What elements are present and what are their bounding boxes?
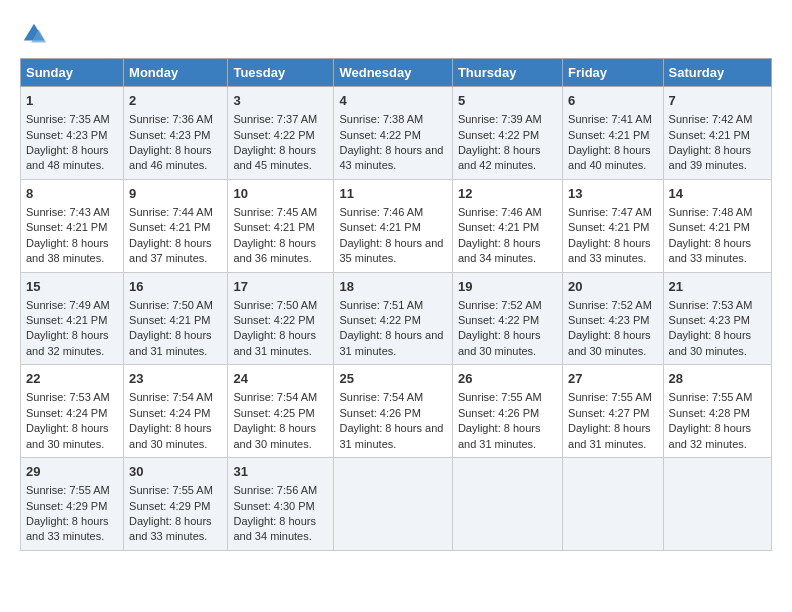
sunset: Sunset: 4:23 PM [568, 314, 649, 326]
day-number: 9 [129, 185, 222, 203]
header-sunday: Sunday [21, 59, 124, 87]
calendar-cell [563, 458, 664, 551]
sunrise: Sunrise: 7:50 AM [129, 299, 213, 311]
daylight: Daylight: 8 hours and 31 minutes. [339, 329, 443, 356]
sunrise: Sunrise: 7:55 AM [458, 391, 542, 403]
calendar-week-1: 1Sunrise: 7:35 AMSunset: 4:23 PMDaylight… [21, 87, 772, 180]
page-header [20, 20, 772, 48]
calendar-cell: 9Sunrise: 7:44 AMSunset: 4:21 PMDaylight… [124, 179, 228, 272]
sunrise: Sunrise: 7:56 AM [233, 484, 317, 496]
calendar-cell: 1Sunrise: 7:35 AMSunset: 4:23 PMDaylight… [21, 87, 124, 180]
sunset: Sunset: 4:21 PM [339, 221, 420, 233]
sunset: Sunset: 4:21 PM [669, 221, 750, 233]
day-number: 25 [339, 370, 446, 388]
day-number: 14 [669, 185, 766, 203]
calendar-cell: 23Sunrise: 7:54 AMSunset: 4:24 PMDayligh… [124, 365, 228, 458]
calendar-cell: 20Sunrise: 7:52 AMSunset: 4:23 PMDayligh… [563, 272, 664, 365]
daylight: Daylight: 8 hours and 30 minutes. [458, 329, 541, 356]
sunrise: Sunrise: 7:52 AM [568, 299, 652, 311]
sunrise: Sunrise: 7:35 AM [26, 113, 110, 125]
daylight: Daylight: 8 hours and 30 minutes. [233, 422, 316, 449]
day-number: 20 [568, 278, 658, 296]
daylight: Daylight: 8 hours and 45 minutes. [233, 144, 316, 171]
daylight: Daylight: 8 hours and 30 minutes. [26, 422, 109, 449]
daylight: Daylight: 8 hours and 34 minutes. [233, 515, 316, 542]
daylight: Daylight: 8 hours and 33 minutes. [669, 237, 752, 264]
day-number: 15 [26, 278, 118, 296]
calendar-cell: 10Sunrise: 7:45 AMSunset: 4:21 PMDayligh… [228, 179, 334, 272]
sunrise: Sunrise: 7:54 AM [233, 391, 317, 403]
sunrise: Sunrise: 7:46 AM [458, 206, 542, 218]
sunset: Sunset: 4:28 PM [669, 407, 750, 419]
calendar-cell: 5Sunrise: 7:39 AMSunset: 4:22 PMDaylight… [452, 87, 562, 180]
sunset: Sunset: 4:22 PM [458, 314, 539, 326]
sunset: Sunset: 4:21 PM [669, 129, 750, 141]
sunset: Sunset: 4:22 PM [458, 129, 539, 141]
sunrise: Sunrise: 7:48 AM [669, 206, 753, 218]
daylight: Daylight: 8 hours and 33 minutes. [129, 515, 212, 542]
sunrise: Sunrise: 7:37 AM [233, 113, 317, 125]
daylight: Daylight: 8 hours and 40 minutes. [568, 144, 651, 171]
daylight: Daylight: 8 hours and 46 minutes. [129, 144, 212, 171]
sunset: Sunset: 4:21 PM [233, 221, 314, 233]
sunrise: Sunrise: 7:54 AM [129, 391, 213, 403]
calendar-cell: 7Sunrise: 7:42 AMSunset: 4:21 PMDaylight… [663, 87, 771, 180]
daylight: Daylight: 8 hours and 31 minutes. [568, 422, 651, 449]
sunset: Sunset: 4:23 PM [129, 129, 210, 141]
sunrise: Sunrise: 7:51 AM [339, 299, 423, 311]
calendar-cell: 3Sunrise: 7:37 AMSunset: 4:22 PMDaylight… [228, 87, 334, 180]
calendar-cell: 13Sunrise: 7:47 AMSunset: 4:21 PMDayligh… [563, 179, 664, 272]
sunset: Sunset: 4:25 PM [233, 407, 314, 419]
sunset: Sunset: 4:21 PM [26, 314, 107, 326]
day-number: 4 [339, 92, 446, 110]
sunset: Sunset: 4:21 PM [129, 314, 210, 326]
sunrise: Sunrise: 7:47 AM [568, 206, 652, 218]
daylight: Daylight: 8 hours and 42 minutes. [458, 144, 541, 171]
logo-icon [20, 20, 48, 48]
daylight: Daylight: 8 hours and 30 minutes. [129, 422, 212, 449]
sunset: Sunset: 4:21 PM [26, 221, 107, 233]
calendar-cell: 14Sunrise: 7:48 AMSunset: 4:21 PMDayligh… [663, 179, 771, 272]
calendar-cell [334, 458, 452, 551]
sunrise: Sunrise: 7:54 AM [339, 391, 423, 403]
calendar-week-5: 29Sunrise: 7:55 AMSunset: 4:29 PMDayligh… [21, 458, 772, 551]
sunrise: Sunrise: 7:38 AM [339, 113, 423, 125]
daylight: Daylight: 8 hours and 48 minutes. [26, 144, 109, 171]
day-number: 23 [129, 370, 222, 388]
daylight: Daylight: 8 hours and 31 minutes. [458, 422, 541, 449]
daylight: Daylight: 8 hours and 31 minutes. [233, 329, 316, 356]
sunset: Sunset: 4:27 PM [568, 407, 649, 419]
calendar-cell: 2Sunrise: 7:36 AMSunset: 4:23 PMDaylight… [124, 87, 228, 180]
sunset: Sunset: 4:22 PM [339, 129, 420, 141]
sunset: Sunset: 4:21 PM [129, 221, 210, 233]
calendar-cell: 4Sunrise: 7:38 AMSunset: 4:22 PMDaylight… [334, 87, 452, 180]
daylight: Daylight: 8 hours and 33 minutes. [568, 237, 651, 264]
day-number: 8 [26, 185, 118, 203]
header-tuesday: Tuesday [228, 59, 334, 87]
day-number: 29 [26, 463, 118, 481]
day-number: 3 [233, 92, 328, 110]
day-number: 1 [26, 92, 118, 110]
daylight: Daylight: 8 hours and 30 minutes. [669, 329, 752, 356]
calendar-table: SundayMondayTuesdayWednesdayThursdayFrid… [20, 58, 772, 551]
calendar-cell: 19Sunrise: 7:52 AMSunset: 4:22 PMDayligh… [452, 272, 562, 365]
day-number: 31 [233, 463, 328, 481]
day-number: 22 [26, 370, 118, 388]
sunset: Sunset: 4:21 PM [568, 129, 649, 141]
calendar-cell: 8Sunrise: 7:43 AMSunset: 4:21 PMDaylight… [21, 179, 124, 272]
day-number: 26 [458, 370, 557, 388]
day-number: 11 [339, 185, 446, 203]
sunrise: Sunrise: 7:55 AM [669, 391, 753, 403]
day-number: 10 [233, 185, 328, 203]
day-number: 12 [458, 185, 557, 203]
sunset: Sunset: 4:22 PM [339, 314, 420, 326]
day-number: 24 [233, 370, 328, 388]
sunrise: Sunrise: 7:55 AM [568, 391, 652, 403]
calendar-cell: 24Sunrise: 7:54 AMSunset: 4:25 PMDayligh… [228, 365, 334, 458]
header-friday: Friday [563, 59, 664, 87]
calendar-cell: 22Sunrise: 7:53 AMSunset: 4:24 PMDayligh… [21, 365, 124, 458]
calendar-cell: 26Sunrise: 7:55 AMSunset: 4:26 PMDayligh… [452, 365, 562, 458]
sunrise: Sunrise: 7:46 AM [339, 206, 423, 218]
calendar-cell: 27Sunrise: 7:55 AMSunset: 4:27 PMDayligh… [563, 365, 664, 458]
sunset: Sunset: 4:29 PM [26, 500, 107, 512]
